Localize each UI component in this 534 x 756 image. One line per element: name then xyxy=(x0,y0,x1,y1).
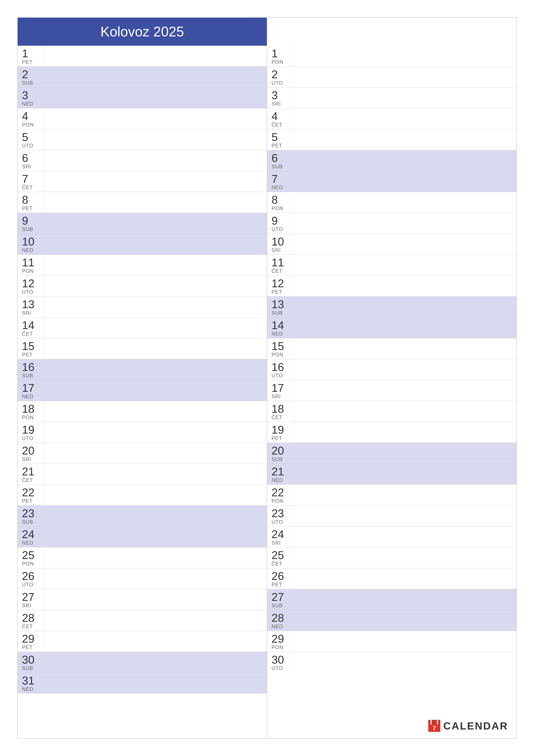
day-number-cell: 15PET xyxy=(18,338,43,359)
left-month-header: Kolovoz 2025 xyxy=(18,18,267,46)
day-content xyxy=(293,443,516,464)
day-name: SRI xyxy=(22,456,39,462)
day-row: 31NED xyxy=(18,673,267,693)
day-row: 27SRI xyxy=(18,589,267,610)
day-number-cell: 18ČET xyxy=(267,401,293,422)
day-number: 18 xyxy=(22,403,39,415)
day-content xyxy=(43,631,267,652)
day-number: 11 xyxy=(22,257,39,268)
day-number: 20 xyxy=(271,445,289,456)
day-name: PON xyxy=(22,561,39,567)
day-name: SUB xyxy=(271,456,289,462)
day-name: ČET xyxy=(22,184,39,191)
day-content xyxy=(293,46,516,67)
day-number: 11 xyxy=(271,257,289,268)
day-row: 30SUB xyxy=(18,652,267,673)
day-content xyxy=(293,589,516,610)
day-content xyxy=(43,255,267,275)
day-number: 31 xyxy=(22,675,39,686)
day-number: 10 xyxy=(22,236,39,247)
day-number: 18 xyxy=(271,403,289,415)
day-content xyxy=(43,547,267,568)
day-number: 15 xyxy=(22,340,39,352)
day-content xyxy=(43,150,267,171)
day-row: 25ČET xyxy=(267,547,516,568)
day-number-cell: 23UTO xyxy=(267,505,293,526)
day-row: 11PON xyxy=(18,255,267,276)
day-content xyxy=(43,276,267,296)
day-content xyxy=(43,108,267,129)
day-row: 3NED xyxy=(18,88,267,108)
day-row: 30UTO xyxy=(267,652,516,673)
day-number: 3 xyxy=(22,90,39,101)
day-name: ČET xyxy=(22,623,39,630)
day-row: 10NED xyxy=(18,234,267,255)
right-month-days: 1PON2UTO3SRI4ČET5PET6SUB7NED8PON9UTO10SR… xyxy=(267,46,516,738)
day-content xyxy=(293,526,516,547)
calendar-logo-icon: 7 xyxy=(428,719,441,732)
day-content xyxy=(293,171,516,192)
day-name: SRI xyxy=(22,603,39,608)
footer: 7 CALENDAR xyxy=(421,715,515,737)
day-name: PET xyxy=(271,582,289,588)
day-name: NED xyxy=(22,686,39,692)
day-content xyxy=(43,380,267,401)
day-content xyxy=(293,108,516,129)
day-row: 18ČET xyxy=(267,401,516,422)
day-content xyxy=(293,297,516,317)
day-number: 28 xyxy=(22,612,39,623)
day-row: 26UTO xyxy=(18,568,267,589)
day-name: UTO xyxy=(22,582,39,588)
day-number-cell: 13SRI xyxy=(18,297,43,317)
day-number: 25 xyxy=(271,550,289,561)
day-content xyxy=(43,443,267,464)
day-content xyxy=(43,505,267,526)
day-name: UTO xyxy=(22,289,39,295)
day-number-cell: 12UTO xyxy=(18,276,43,296)
day-row: 2UTO xyxy=(267,67,516,88)
day-content xyxy=(293,422,516,443)
day-content xyxy=(293,610,516,631)
day-row: 12PET xyxy=(267,276,516,297)
day-name: SUB xyxy=(22,80,39,86)
day-number: 12 xyxy=(22,278,39,289)
day-content xyxy=(43,192,267,213)
day-number: 3 xyxy=(271,90,289,101)
day-name: NED xyxy=(22,101,39,107)
day-row: 3SRI xyxy=(267,88,516,108)
day-name: UTO xyxy=(271,80,289,86)
day-number-cell: 14NED xyxy=(267,317,293,338)
day-name: NED xyxy=(271,184,289,191)
day-name: SUB xyxy=(271,603,289,608)
day-number: 10 xyxy=(271,236,289,247)
day-content xyxy=(293,505,516,526)
day-row: 21NED xyxy=(267,464,516,485)
day-content xyxy=(293,464,516,484)
day-number: 2 xyxy=(22,69,39,80)
day-number-cell: 28NED xyxy=(267,610,293,631)
day-row: 20SUB xyxy=(267,443,516,464)
day-number-cell: 23SUB xyxy=(18,505,43,526)
day-name: PET xyxy=(22,352,39,358)
day-content xyxy=(43,67,267,87)
day-number-cell: 25ČET xyxy=(267,547,293,568)
day-number-cell: 11ČET xyxy=(267,255,293,275)
day-number: 28 xyxy=(271,612,289,623)
day-name: SRI xyxy=(22,164,39,170)
day-row: 15PON xyxy=(267,338,516,359)
day-row: 15PET xyxy=(18,338,267,359)
day-number: 2 xyxy=(271,69,289,80)
day-name: PON xyxy=(271,59,289,65)
day-content xyxy=(43,46,267,67)
day-name: SUB xyxy=(22,665,39,671)
day-content xyxy=(293,568,516,589)
day-number: 22 xyxy=(271,487,289,498)
day-content xyxy=(43,422,267,443)
day-number-cell: 22PON xyxy=(267,485,293,505)
day-name: UTO xyxy=(22,143,39,149)
day-name: ČET xyxy=(271,268,289,274)
day-number: 16 xyxy=(22,362,39,373)
day-row: 22PET xyxy=(18,485,267,505)
svg-rect-2 xyxy=(428,723,440,724)
day-number-cell: 8PET xyxy=(18,192,43,213)
